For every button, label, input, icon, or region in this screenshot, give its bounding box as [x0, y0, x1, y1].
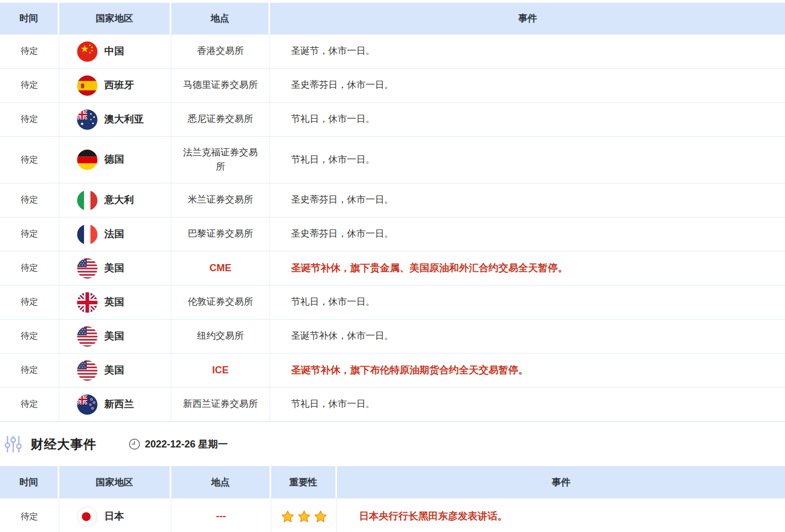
country-name: 日本	[104, 509, 124, 524]
table-row: 待定 中国 香港交易所 圣诞节，休市一日。	[0, 35, 785, 69]
country-flag-icon	[77, 109, 98, 131]
time-cell: 待定	[0, 388, 59, 421]
clock-icon	[128, 438, 141, 450]
importance-cell	[271, 499, 337, 532]
event-cell: 节礼日，休市一日。	[270, 285, 785, 319]
country-flag-icon	[77, 360, 98, 382]
star-icon	[297, 509, 311, 524]
event-cell: 圣诞节补休，旗下贵金属、美国原油和外汇合约交易全天暂停。	[270, 251, 785, 285]
country-cell: 英国	[59, 285, 171, 319]
event-cell: 节礼日，休市一日。	[270, 103, 785, 136]
header-location: 地点	[171, 466, 271, 498]
table-row: 待定 意大利 米兰证券交易所 圣史蒂芬日，休市一日。	[0, 183, 785, 217]
header-event: 事件	[337, 466, 785, 498]
location-cell: 伦敦证券交易所	[171, 285, 270, 319]
table-row: 待定 美国 ICE 圣诞节补休，旗下布伦特原油期货合约全天交易暂停。	[0, 354, 785, 388]
events-table-header-row: 时间 国家地区 地点 重要性 事件	[0, 466, 785, 499]
time-cell: 待定	[0, 499, 59, 532]
country-name: 德国	[104, 152, 124, 167]
country-cell: 美国	[59, 251, 171, 285]
importance-stars	[281, 509, 328, 524]
table-row: 待定 美国 CME 圣诞节补休，旗下贵金属、美国原油和外汇合约交易全天暂停。	[0, 251, 785, 285]
table-row: 待定 美国 纽约交易所 圣诞节补休，休市一日。	[0, 320, 785, 354]
country-flag-icon	[77, 292, 98, 313]
location-cell: CME	[171, 251, 270, 285]
country-name: 美国	[104, 363, 124, 378]
country-flag-icon	[77, 506, 98, 528]
table-row: 待定 西班牙 马德里证券交易所 圣史蒂芬日，休市一日。	[0, 69, 785, 103]
location-cell: 纽约交易所	[171, 320, 270, 353]
location-cell: ICE	[171, 354, 270, 387]
location-cell: 米兰证券交易所	[171, 183, 270, 217]
time-cell: 待定	[0, 183, 59, 217]
time-cell: 待定	[0, 320, 59, 353]
country-flag-icon	[77, 189, 98, 211]
country-name: 法国	[104, 227, 124, 242]
event-cell: 圣诞节，休市一日。	[270, 35, 785, 68]
location-cell: 马德里证券交易所	[171, 69, 270, 102]
table-row: 待定 新西兰 新西兰证券交易所 节礼日，休市一日。	[0, 388, 785, 422]
events-table: 时间 国家地区 地点 重要性 事件 待定 日本 --- 日本央行行长黑田东彦发表…	[0, 466, 785, 532]
country-flag-icon	[77, 257, 98, 279]
table-row: 待定 日本 --- 日本央行行长黑田东彦发表讲话。	[0, 499, 785, 532]
location-cell: 香港交易所	[171, 35, 270, 68]
country-flag-icon	[77, 75, 98, 97]
country-cell: 西班牙	[59, 69, 171, 102]
country-flag-icon	[77, 41, 98, 63]
time-cell: 待定	[0, 217, 59, 251]
country-name: 美国	[104, 261, 124, 276]
header-location: 地点	[171, 3, 270, 34]
country-cell: 意大利	[59, 183, 171, 217]
event-cell: 圣史蒂芬日，休市一日。	[270, 217, 785, 251]
time-cell: 待定	[0, 137, 59, 183]
time-cell: 待定	[0, 35, 59, 68]
event-cell: 圣诞节补休，休市一日。	[270, 320, 785, 353]
country-cell: 日本	[59, 499, 171, 532]
time-cell: 待定	[0, 251, 59, 285]
table-row: 待定 英国 伦敦证券交易所 节礼日，休市一日。	[0, 285, 785, 320]
star-icon	[281, 509, 295, 524]
section-date: 2022-12-26 星期一	[128, 438, 228, 451]
time-cell: 待定	[0, 354, 59, 387]
location-cell: 法兰克福证券交易所	[171, 137, 270, 183]
header-importance: 重要性	[271, 466, 337, 498]
country-name: 意大利	[104, 193, 134, 208]
page: 时间 国家地区 地点 事件 待定 中国 香港交易所 圣诞节，休市一日。 待定 西…	[0, 0, 785, 532]
location-cell: 新西兰证券交易所	[171, 388, 270, 421]
section-date-text: 2022-12-26 星期一	[145, 438, 228, 451]
holiday-table-body: 待定 中国 香港交易所 圣诞节，休市一日。 待定 西班牙 马德里证券交易所 圣史…	[0, 35, 785, 422]
event-cell: 日本央行行长黑田东彦发表讲话。	[337, 499, 785, 532]
country-name: 新西兰	[104, 397, 134, 412]
table-row: 待定 法国 巴黎证券交易所 圣史蒂芬日，休市一日。	[0, 217, 785, 251]
time-cell: 待定	[0, 285, 59, 319]
event-cell: 圣史蒂芬日，休市一日。	[270, 183, 785, 217]
country-name: 英国	[104, 295, 124, 310]
header-country: 国家地区	[59, 3, 171, 34]
header-time: 时间	[0, 3, 59, 34]
holiday-table: 时间 国家地区 地点 事件 待定 中国 香港交易所 圣诞节，休市一日。 待定 西…	[0, 3, 785, 422]
header-country: 国家地区	[59, 466, 171, 498]
country-flag-icon	[77, 223, 98, 245]
country-cell: 美国	[59, 354, 171, 387]
star-icon	[313, 509, 328, 524]
table-row: 待定 德国 法兰克福证券交易所 节礼日，休市一日。	[0, 137, 785, 183]
country-name: 美国	[104, 329, 124, 344]
section-title: 财经大事件	[31, 436, 97, 453]
country-name: 中国	[104, 44, 124, 59]
section-header: 财经大事件 2022-12-26 星期一	[0, 422, 785, 466]
location-cell: 悉尼证券交易所	[171, 103, 270, 136]
event-cell: 圣史蒂芬日，休市一日。	[270, 69, 785, 102]
event-cell: 节礼日，休市一日。	[270, 388, 785, 421]
sliders-icon	[4, 435, 22, 453]
event-cell: 节礼日，休市一日。	[270, 137, 785, 183]
country-name: 西班牙	[104, 78, 134, 93]
country-cell: 法国	[59, 217, 171, 251]
location-cell: ---	[171, 499, 271, 532]
country-flag-icon	[77, 149, 98, 171]
table-row: 待定 澳大利亚 悉尼证券交易所 节礼日，休市一日。	[0, 103, 785, 137]
location-cell: 巴黎证券交易所	[171, 217, 270, 251]
country-cell: 中国	[59, 35, 171, 68]
country-cell: 美国	[59, 320, 171, 353]
holiday-table-header-row: 时间 国家地区 地点 事件	[0, 3, 785, 35]
country-cell: 德国	[59, 137, 171, 183]
